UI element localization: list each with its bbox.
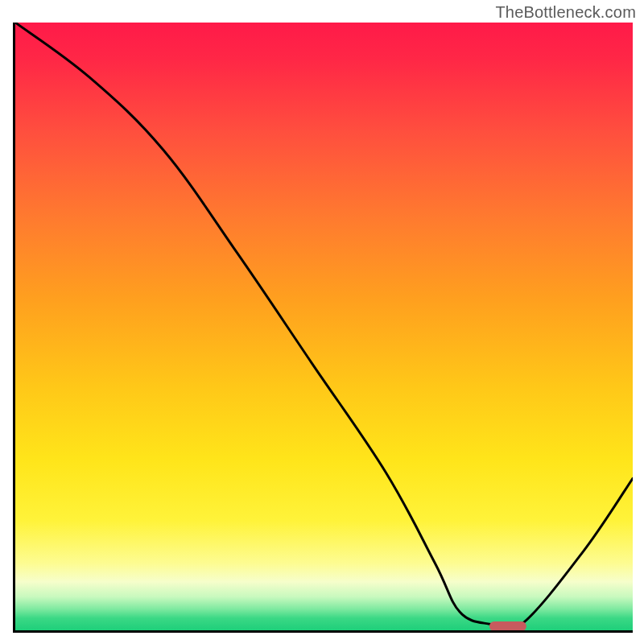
chart-container: TheBottleneck.com	[0, 0, 644, 644]
plot-area	[13, 23, 633, 633]
curve-path	[15, 23, 633, 630]
bottleneck-curve	[15, 23, 633, 630]
optimal-range-marker	[489, 621, 526, 631]
watermark-text: TheBottleneck.com	[495, 3, 636, 22]
